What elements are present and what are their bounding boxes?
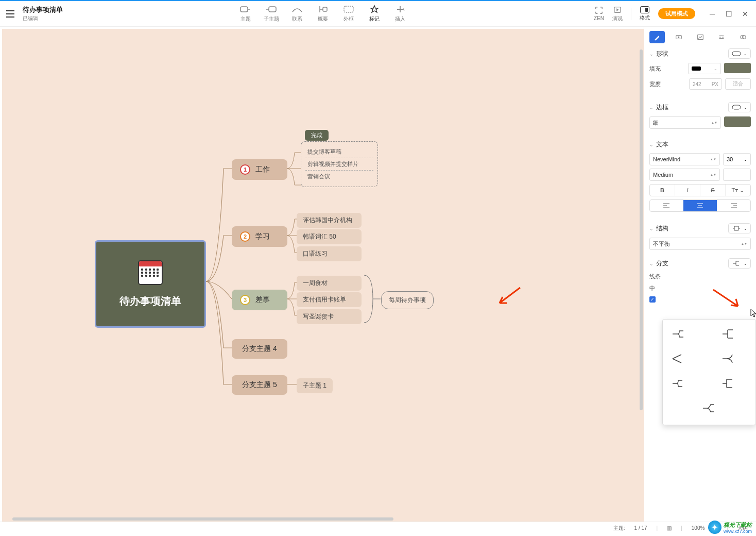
font-select[interactable]: NeverMind▲▼ xyxy=(649,153,720,165)
branch-5[interactable]: 分支主题 5 xyxy=(232,375,287,395)
main-toolbar: 主题 子主题 联系 概要 外框 标记 插入 xyxy=(233,5,413,23)
calendar-icon xyxy=(138,260,163,285)
map-icon[interactable]: ▥ xyxy=(667,525,672,531)
sub-study-0[interactable]: 评估韩国中介机构 xyxy=(297,213,362,228)
font-color[interactable] xyxy=(723,169,751,181)
toolbar-summary[interactable]: 概要 xyxy=(310,5,336,23)
panel-tab-3[interactable] xyxy=(693,31,708,43)
toolbar-insert[interactable]: 插入 xyxy=(387,5,413,23)
sub-branch5-0[interactable]: 子主题 1 xyxy=(297,378,333,393)
toolbar-marker[interactable]: 标记 xyxy=(362,5,387,23)
panel-tab-4[interactable] xyxy=(714,31,729,43)
status-topic-label: 主题: xyxy=(613,525,625,532)
branch-opt-7[interactable] xyxy=(701,402,717,416)
branch-opt-3[interactable] xyxy=(671,353,698,367)
marker-3-icon: 3 xyxy=(240,295,250,305)
width-label: 宽度 xyxy=(649,80,661,88)
sub-errand-0[interactable]: 一周食材 xyxy=(297,276,362,291)
fit-button[interactable]: 适合 xyxy=(725,78,751,90)
balance-select[interactable]: 不平衡▲▼ xyxy=(649,238,751,250)
branch-opt-4[interactable] xyxy=(721,353,748,367)
structure-select[interactable]: ⌄ xyxy=(728,223,751,233)
branch-style-popup xyxy=(662,319,756,425)
central-topic[interactable]: 待办事项清单 xyxy=(95,240,206,328)
align-right[interactable] xyxy=(717,200,750,211)
branch-style-select[interactable]: ⌄ xyxy=(728,258,751,269)
branch-checkbox[interactable]: ✓ xyxy=(649,296,656,303)
topbar: 待办事项清单 已编辑 主题 子主题 联系 概要 外框 标记 插入 ZEN 演说 … xyxy=(0,1,756,27)
sub-study-1[interactable]: 韩语词汇 50 xyxy=(297,229,362,244)
font-weight-select[interactable]: Medium▲▼ xyxy=(649,169,720,181)
file-title: 待办事项清单 xyxy=(23,5,63,14)
svg-rect-10 xyxy=(732,105,741,109)
zen-button[interactable]: ZEN xyxy=(594,6,604,21)
panel-tab-style[interactable] xyxy=(649,31,665,43)
h-scrollbar[interactable] xyxy=(12,517,393,521)
minimize-button[interactable]: ─ xyxy=(709,10,716,18)
sub-work-0[interactable]: 提交博客草稿 xyxy=(305,146,373,158)
close-button[interactable]: ✕ xyxy=(742,10,749,18)
sub-errand-1[interactable]: 支付信用卡账单 xyxy=(297,292,362,307)
sub-work-2[interactable]: 营销会议 xyxy=(305,171,373,182)
done-tag[interactable]: 完成 xyxy=(305,130,329,141)
annotation-arrow-2 xyxy=(712,289,743,309)
format-panel: ⌄形状 ⌄ 填充 ⌄ 宽度 242PX适合 ⌄边框 ⌄ 细▲▼ ⌄文本 Neve… xyxy=(644,27,756,522)
fill-style-select[interactable]: ⌄ xyxy=(688,63,721,74)
panel-tab-5[interactable] xyxy=(735,31,751,43)
trial-badge[interactable]: 试用模式 xyxy=(658,8,695,19)
border-weight-select[interactable]: 细▲▼ xyxy=(649,116,721,129)
format-button[interactable]: 格式 xyxy=(640,6,650,22)
hamburger-icon[interactable] xyxy=(4,7,18,21)
toolbar-subtopic[interactable]: 子主题 xyxy=(259,5,284,23)
sub-work-1[interactable]: 剪辑视频并提交样片 xyxy=(305,158,373,171)
branch-opt-1[interactable] xyxy=(671,328,698,342)
status-zoom[interactable]: 100% xyxy=(692,525,705,531)
summary-callout[interactable]: 每周待办事项 xyxy=(381,291,434,309)
svg-rect-1 xyxy=(269,7,276,12)
watermark-logo-icon: ✦ xyxy=(708,521,721,534)
width-input[interactable]: 242PX xyxy=(689,78,722,90)
marker-1-icon: 1 xyxy=(240,164,250,175)
branch-opt-2[interactable] xyxy=(721,328,748,342)
annotation-arrow-1 xyxy=(495,287,521,307)
sub-errand-2[interactable]: 写圣诞贺卡 xyxy=(297,309,362,324)
toolbar-topic[interactable]: 主题 xyxy=(233,5,259,23)
svg-rect-3 xyxy=(344,6,353,12)
toolbar-relation[interactable]: 联系 xyxy=(284,5,310,23)
watermark: ✦ 极光下载站www.xz7.com xyxy=(708,521,752,534)
bold-button[interactable]: B xyxy=(650,185,675,196)
font-size[interactable]: 30⌄ xyxy=(723,153,751,165)
svg-rect-2 xyxy=(323,7,327,11)
maximize-button[interactable]: ☐ xyxy=(725,10,732,18)
textcase-button[interactable]: Tᴛ ⌄ xyxy=(726,185,750,196)
branch-errand[interactable]: 3差事 xyxy=(232,290,287,310)
toolbar-boundary[interactable]: 外框 xyxy=(336,5,362,23)
svg-rect-0 xyxy=(240,7,248,12)
sub-study-2[interactable]: 口语练习 xyxy=(297,246,362,261)
italic-button[interactable]: I xyxy=(675,185,700,196)
shape-select[interactable]: ⌄ xyxy=(728,48,751,59)
border-color[interactable] xyxy=(724,116,751,127)
v-scrollbar[interactable] xyxy=(640,49,643,410)
branch-title: 分支 xyxy=(656,260,668,267)
svg-rect-9 xyxy=(732,52,741,56)
border-shape-select[interactable]: ⌄ xyxy=(728,102,751,112)
panel-tab-2[interactable] xyxy=(671,31,686,43)
align-center[interactable] xyxy=(683,200,717,211)
branch-4[interactable]: 分支主题 4 xyxy=(232,339,287,359)
text-title: 文本 xyxy=(656,141,668,148)
branch-opt-5[interactable] xyxy=(671,377,698,392)
boundary-work[interactable]: 提交博客草稿 剪辑视频并提交样片 营销会议 xyxy=(301,141,378,187)
fill-color[interactable] xyxy=(724,63,751,73)
structure-title: 结构 xyxy=(656,225,668,232)
canvas[interactable]: 待办事项清单 1工作 完成 提交博客草稿 剪辑视频并提交样片 营销会议 2学习 … xyxy=(2,29,644,522)
line-label: 线条 xyxy=(649,273,661,280)
branch-study[interactable]: 2学习 xyxy=(232,226,287,247)
align-left[interactable] xyxy=(650,200,683,211)
strike-button[interactable]: S xyxy=(700,185,726,196)
branch-opt-6[interactable] xyxy=(721,377,748,392)
statusbar: 主题: 1 / 17 | ▥ | 100%⌄ | 大纲 xyxy=(0,522,756,534)
branch-work[interactable]: 1工作 xyxy=(232,159,287,180)
present-button[interactable]: 演说 xyxy=(612,6,623,22)
border-title: 边框 xyxy=(656,104,668,111)
